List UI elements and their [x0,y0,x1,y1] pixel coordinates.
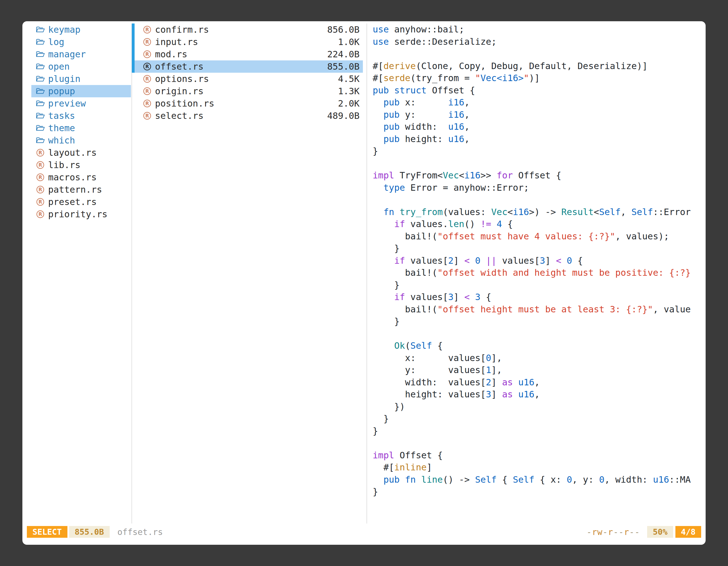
dir-item-preview[interactable]: preview [31,97,131,110]
item-label: open [48,61,70,72]
item-label: preset.rs [48,197,97,207]
svg-text:R: R [145,39,149,45]
file-size: 856.0B [327,24,360,35]
item-icon-slot [36,76,45,82]
file-item-pattern.rs[interactable]: R pattern.rs [31,184,131,196]
code-line: pub y: i16, [373,109,706,121]
folder-icon [36,51,45,58]
file-item-offset.rs[interactable]: R offset.rs 855.0B [134,60,363,73]
rust-file-icon: R [36,173,44,182]
file-item-select.rs[interactable]: R select.rs 489.0B [134,110,363,122]
item-icon-slot: R [143,62,152,71]
code-line [373,194,706,206]
item-icon-slot [36,112,45,119]
file-manager-window: keymap log manager open plugin popup [22,21,706,545]
code-preview: use anyhow::bail;use serde::Deserialize;… [367,24,706,498]
file-item-lib.rs[interactable]: R lib.rs [31,159,131,171]
file-permissions: -rw-r--r-- [587,527,640,537]
code-line: width: values[2] as u16, [373,376,706,389]
item-label: pattern.rs [48,184,102,195]
code-line: } [373,315,706,328]
status-bar: SELECT 855.0B offset.rs -rw-r--r-- 50% 4… [27,526,701,538]
file-item-position.rs[interactable]: R position.rs 2.0K [134,97,363,110]
folder-icon [36,137,45,144]
folder-icon [36,112,45,119]
svg-text:R: R [39,187,42,193]
dir-item-log[interactable]: log [31,36,131,48]
item-label: priority.rs [48,209,107,220]
parent-pane[interactable]: keymap log manager open plugin popup [22,24,131,523]
code-line [373,437,706,449]
code-line: #[derive(Clone, Copy, Debug, Default, De… [373,60,706,72]
item-label: keymap [48,24,81,35]
code-line: #[serde(try_from = "Vec<i16>")] [373,72,706,85]
code-line: if values[2] < 0 || values[3] < 0 { [373,255,706,267]
item-label: preview [48,98,86,109]
file-size: 1.0K [338,37,360,47]
file-item-mod.rs[interactable]: R mod.rs 224.0B [134,48,363,60]
item-icon-slot [36,125,45,132]
item-label: popup [48,86,75,97]
svg-text:R: R [39,162,42,168]
item-icon-slot: R [143,50,152,58]
file-item-macros.rs[interactable]: R macros.rs [31,171,131,184]
file-size-badge: 855.0B [69,526,110,538]
code-line: }) [373,401,706,413]
item-icon-slot [36,26,45,33]
item-icon-slot: R [143,38,152,46]
item-icon-slot [36,51,45,58]
file-item-confirm.rs[interactable]: R confirm.rs 856.0B [134,24,363,36]
item-icon-slot: R [143,87,152,95]
file-item-options.rs[interactable]: R options.rs 4.5K [134,73,363,85]
code-line: if values[3] < 3 { [373,291,706,303]
svg-text:R: R [145,64,149,69]
file-size: 4.5K [338,74,360,84]
file-size: 489.0B [327,111,360,121]
file-item-priority.rs[interactable]: R priority.rs [31,208,131,220]
item-label: macros.rs [48,172,97,183]
code-line: } [373,243,706,255]
item-icon-slot: R [143,25,152,34]
code-line: if values.len() != 4 { [373,218,706,231]
code-line: fn try_from(values: Vec<i16>) -> Result<… [373,206,706,219]
item-label: lib.rs [48,160,81,170]
code-line: height: values[3] as u16, [373,388,706,401]
dir-item-which[interactable]: which [31,134,131,147]
rust-file-icon: R [36,198,44,206]
code-line [373,158,706,170]
file-item-input.rs[interactable]: R input.rs 1.0K [134,36,363,48]
dir-item-theme[interactable]: theme [31,122,131,134]
item-label: manager [48,49,86,60]
item-label: confirm.rs [155,24,209,35]
code-line: } [373,486,706,498]
item-label: log [48,37,64,47]
file-item-preset.rs[interactable]: R preset.rs [31,196,131,208]
svg-text:R: R [39,150,42,156]
item-icon-slot [36,63,45,70]
status-filename: offset.rs [118,527,163,537]
code-line: pub height: u16, [373,133,706,146]
file-item-layout.rs[interactable]: R layout.rs [31,147,131,159]
preview-pane[interactable]: use anyhow::bail;use serde::Deserialize;… [367,24,706,523]
scrollbar-indicator[interactable] [132,24,135,73]
panes-container: keymap log manager open plugin popup [22,24,706,523]
rust-file-icon: R [36,149,44,157]
scroll-percent-badge: 50% [647,526,673,538]
dir-item-popup[interactable]: popup [31,85,131,97]
dir-item-tasks[interactable]: tasks [31,110,131,122]
dir-item-plugin[interactable]: plugin [31,73,131,85]
item-icon-slot: R [36,210,45,219]
dir-item-manager[interactable]: manager [31,48,131,60]
cursor-position-badge: 4/8 [675,526,701,538]
dir-item-keymap[interactable]: keymap [31,24,131,36]
rust-file-icon: R [143,50,151,58]
code-line: type Error = anyhow::Error; [373,182,706,194]
file-size: 224.0B [327,49,360,60]
code-line: use serde::Deserialize; [373,36,706,48]
file-item-origin.rs[interactable]: R origin.rs 1.3K [134,85,363,97]
code-line: bail!("offset must have 4 values: {:?}",… [373,231,706,243]
dir-item-open[interactable]: open [31,60,131,73]
item-label: origin.rs [155,86,203,97]
current-pane[interactable]: R confirm.rs 856.0B R input.rs 1.0K R mo… [132,24,367,523]
code-line [373,328,706,340]
